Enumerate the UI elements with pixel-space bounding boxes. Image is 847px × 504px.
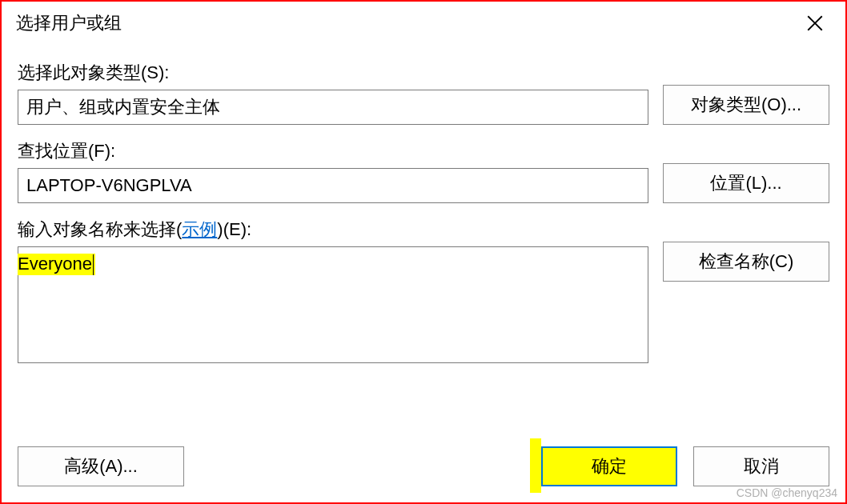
names-label-prefix: 输入对象名称来选择( (18, 219, 182, 239)
close-icon (807, 15, 823, 31)
object-type-row: 选择此对象类型(S): 用户、组或内置安全主体 对象类型(O)... (18, 61, 829, 125)
check-names-btn-col: 检查名称(C) (663, 218, 829, 282)
location-field: 查找位置(F): LAPTOP-V6NGPLVA (18, 139, 648, 203)
names-label-suffix: )(E): (217, 219, 251, 239)
titlebar: 选择用户或组 (2, 2, 845, 45)
object-type-value: 用户、组或内置安全主体 (18, 90, 648, 125)
object-type-label: 选择此对象类型(S): (18, 61, 648, 85)
check-names-button[interactable]: 检查名称(C) (663, 242, 829, 282)
location-value: LAPTOP-V6NGPLVA (18, 168, 648, 203)
advanced-button[interactable]: 高级(A)... (18, 446, 184, 486)
footer-right: 确定 取消 (541, 446, 829, 486)
window-title: 选择用户或组 (16, 11, 122, 35)
object-types-button[interactable]: 对象类型(O)... (663, 85, 829, 125)
ok-highlight-wrap: 确定 (541, 446, 677, 486)
object-type-field: 选择此对象类型(S): 用户、组或内置安全主体 (18, 61, 648, 125)
names-row: 输入对象名称来选择(示例)(E): Everyone 检查名称(C) (18, 218, 829, 363)
watermark: CSDN @chenyq234 (737, 486, 837, 499)
footer: 高级(A)... 确定 取消 (18, 446, 829, 486)
location-label: 查找位置(F): (18, 139, 648, 163)
names-label: 输入对象名称来选择(示例)(E): (18, 218, 648, 242)
location-btn-col: 位置(L)... (663, 139, 829, 203)
location-row: 查找位置(F): LAPTOP-V6NGPLVA 位置(L)... (18, 139, 829, 203)
dialog-window: 选择用户或组 选择此对象类型(S): 用户、组或内置安全主体 对象类型(O)..… (0, 0, 847, 504)
ok-button[interactable]: 确定 (541, 446, 677, 486)
names-field: 输入对象名称来选择(示例)(E): Everyone (18, 218, 648, 363)
examples-link[interactable]: 示例 (182, 219, 217, 239)
names-value: Everyone (18, 254, 95, 275)
cancel-button[interactable]: 取消 (693, 446, 829, 486)
locations-button[interactable]: 位置(L)... (663, 163, 829, 203)
names-input[interactable]: Everyone (18, 246, 648, 363)
dialog-content: 选择此对象类型(S): 用户、组或内置安全主体 对象类型(O)... 查找位置(… (2, 45, 845, 502)
object-type-btn-col: 对象类型(O)... (663, 61, 829, 125)
close-button[interactable] (799, 7, 831, 39)
